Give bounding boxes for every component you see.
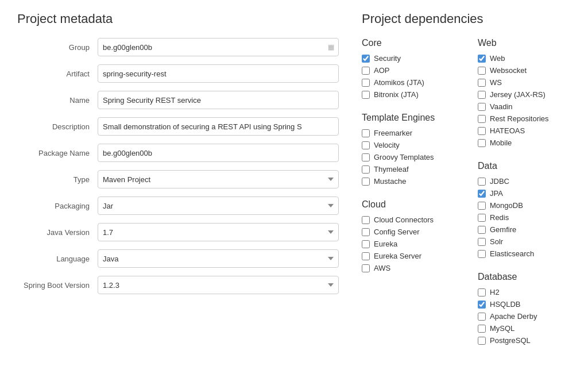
jdbc-checkbox[interactable] xyxy=(478,178,486,186)
config-server-checkbox[interactable] xyxy=(362,228,370,236)
velocity-checkbox[interactable] xyxy=(362,141,370,149)
language-label: Language xyxy=(17,255,98,263)
list-item: Atomikos (JTA) xyxy=(362,78,455,87)
jpa-label: JPA xyxy=(490,189,503,198)
group-input-icon: ▦ xyxy=(328,43,334,51)
deps-column-2: Web Web Websocket WS Je xyxy=(478,38,571,359)
description-row: Description xyxy=(17,117,339,136)
aws-label: AWS xyxy=(374,264,390,272)
list-item: Gemfire xyxy=(478,225,571,234)
bitronix-checkbox[interactable] xyxy=(362,91,370,99)
list-item: Rest Repositories xyxy=(478,114,571,123)
packaging-select[interactable]: Jar War xyxy=(98,197,339,215)
freemarker-checkbox[interactable] xyxy=(362,129,370,137)
java-version-label: Java Version xyxy=(17,228,98,237)
eureka-server-checkbox[interactable] xyxy=(362,252,370,260)
name-input[interactable] xyxy=(98,91,339,109)
list-item: Jersey (JAX-RS) xyxy=(478,90,571,99)
websocket-checkbox[interactable] xyxy=(478,67,486,75)
group-input[interactable] xyxy=(98,38,339,56)
aop-checkbox[interactable] xyxy=(362,67,370,75)
groovy-templates-checkbox[interactable] xyxy=(362,153,370,161)
java-version-select[interactable]: 1.7 1.8 xyxy=(98,223,339,241)
list-item: WS xyxy=(478,78,571,87)
project-dependencies-title: Project dependencies xyxy=(362,11,571,26)
artifact-input[interactable] xyxy=(98,64,339,83)
list-item: AWS xyxy=(362,264,455,272)
type-select[interactable]: Maven Project Gradle Project xyxy=(98,170,339,188)
security-checkbox[interactable] xyxy=(362,55,370,63)
jpa-checkbox[interactable] xyxy=(478,190,486,198)
atomikos-checkbox[interactable] xyxy=(362,79,370,87)
mobile-checkbox[interactable] xyxy=(478,139,486,147)
list-item: Groovy Templates xyxy=(362,153,455,161)
list-item: JPA xyxy=(478,189,571,198)
ws-checkbox[interactable] xyxy=(478,79,486,87)
list-item: Velocity xyxy=(362,141,455,149)
description-input[interactable] xyxy=(98,117,339,136)
thymeleaf-checkbox[interactable] xyxy=(362,165,370,174)
bitronix-label: Bitronix (JTA) xyxy=(374,90,419,99)
mysql-label: MySQL xyxy=(490,324,514,333)
left-panel: Project metadata Group ▦ Artifact Name D… xyxy=(17,11,339,359)
rest-repositories-checkbox[interactable] xyxy=(478,115,486,123)
list-item: HATEOAS xyxy=(478,126,571,135)
solr-label: Solr xyxy=(490,237,503,246)
mongodb-checkbox[interactable] xyxy=(478,202,486,210)
spring-boot-version-label: Spring Boot Version xyxy=(17,281,98,290)
spring-boot-version-select[interactable]: 1.2.3 1.3.0 xyxy=(98,276,339,294)
mustache-checkbox[interactable] xyxy=(362,178,370,186)
jersey-checkbox[interactable] xyxy=(478,91,486,99)
type-row: Type Maven Project Gradle Project xyxy=(17,170,339,188)
hsqldb-checkbox[interactable] xyxy=(478,301,486,309)
web-label: Web xyxy=(490,54,505,63)
spring-boot-version-row: Spring Boot Version 1.2.3 1.3.0 xyxy=(17,276,339,294)
dependencies-grid: Core Security AOP Atomikos (JTA) xyxy=(362,38,571,359)
redis-label: Redis xyxy=(490,213,509,222)
list-item: MongoDB xyxy=(478,201,571,210)
vaadin-label: Vaadin xyxy=(490,102,513,111)
main-layout: Project metadata Group ▦ Artifact Name D… xyxy=(17,11,571,359)
atomikos-label: Atomikos (JTA) xyxy=(374,78,424,87)
list-item: JDBC xyxy=(478,177,571,186)
redis-checkbox[interactable] xyxy=(478,214,486,222)
gemfire-checkbox[interactable] xyxy=(478,226,486,234)
packaging-label: Packaging xyxy=(17,202,98,210)
eureka-label: Eureka xyxy=(374,240,397,248)
aws-checkbox[interactable] xyxy=(362,264,370,272)
mobile-label: Mobile xyxy=(490,138,512,147)
solr-checkbox[interactable] xyxy=(478,238,486,246)
vaadin-checkbox[interactable] xyxy=(478,103,486,111)
artifact-row: Artifact xyxy=(17,64,339,83)
data-section-title: Data xyxy=(478,161,571,171)
list-item: Security xyxy=(362,54,455,63)
language-select[interactable]: Java Kotlin Groovy xyxy=(98,249,339,268)
jersey-label: Jersey (JAX-RS) xyxy=(490,90,546,99)
type-label: Type xyxy=(17,175,98,184)
aop-label: AOP xyxy=(374,66,389,75)
web-checkbox[interactable] xyxy=(478,55,486,63)
eureka-checkbox[interactable] xyxy=(362,240,370,248)
database-section-title: Database xyxy=(478,272,571,282)
group-label: Group xyxy=(17,43,98,52)
eureka-server-label: Eureka Server xyxy=(374,252,421,260)
apache-derby-label: Apache Derby xyxy=(490,312,537,321)
mysql-checkbox[interactable] xyxy=(478,325,486,333)
h2-checkbox[interactable] xyxy=(478,288,486,296)
package-name-input[interactable] xyxy=(98,144,339,162)
apache-derby-checkbox[interactable] xyxy=(478,313,486,321)
web-section: Web Web Websocket WS Je xyxy=(478,38,571,147)
hateoas-checkbox[interactable] xyxy=(478,127,486,135)
list-item: Elasticsearch xyxy=(478,249,571,258)
cloud-connectors-checkbox[interactable] xyxy=(362,216,370,224)
list-item: Cloud Connectors xyxy=(362,215,455,224)
name-row: Name xyxy=(17,91,339,109)
list-item: Eureka xyxy=(362,240,455,248)
postgresql-checkbox[interactable] xyxy=(478,337,486,345)
template-engines-section: Template Engines Freemarker Velocity Gro… xyxy=(362,113,455,186)
list-item: Freemarker xyxy=(362,129,455,137)
list-item: Config Server xyxy=(362,228,455,236)
elasticsearch-checkbox[interactable] xyxy=(478,250,486,258)
list-item: Solr xyxy=(478,237,571,246)
cloud-connectors-label: Cloud Connectors xyxy=(374,215,434,224)
